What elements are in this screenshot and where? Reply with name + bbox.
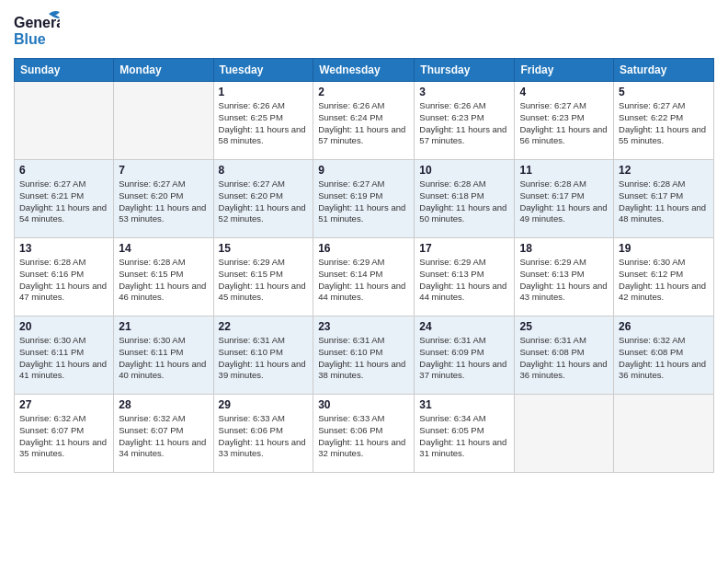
daylight-label: Daylight: 11 hours and 33 minutes. xyxy=(219,437,306,459)
sunset-label: Sunset: 6:16 PM xyxy=(19,269,84,279)
daylight-label: Daylight: 11 hours and 42 minutes. xyxy=(619,281,706,303)
day-info: Sunrise: 6:32 AM Sunset: 6:07 PM Dayligh… xyxy=(19,413,108,460)
sunrise-label: Sunrise: 6:27 AM xyxy=(19,178,85,189)
day-info: Sunrise: 6:29 AM Sunset: 6:14 PM Dayligh… xyxy=(318,257,409,304)
sunrise-label: Sunrise: 6:28 AM xyxy=(119,257,185,267)
day-number: 5 xyxy=(619,86,709,98)
calendar-week-row: 1 Sunrise: 6:26 AM Sunset: 6:25 PM Dayli… xyxy=(15,82,714,160)
sunrise-label: Sunrise: 6:29 AM xyxy=(219,257,285,267)
day-number: 30 xyxy=(318,398,409,411)
day-info: Sunrise: 6:28 AM Sunset: 6:15 PM Dayligh… xyxy=(119,257,208,304)
weekday-header-sunday: Sunday xyxy=(15,59,114,82)
day-info: Sunrise: 6:31 AM Sunset: 6:08 PM Dayligh… xyxy=(519,335,609,382)
daylight-label: Daylight: 11 hours and 36 minutes. xyxy=(519,359,607,381)
day-number: 28 xyxy=(119,398,208,411)
calendar-cell: 15 Sunrise: 6:29 AM Sunset: 6:15 PM Dayl… xyxy=(213,238,313,316)
sunset-label: Sunset: 6:19 PM xyxy=(318,190,382,201)
daylight-label: Daylight: 11 hours and 37 minutes. xyxy=(419,359,506,381)
day-info: Sunrise: 6:27 AM Sunset: 6:21 PM Dayligh… xyxy=(19,178,108,225)
sunset-label: Sunset: 6:06 PM xyxy=(318,425,382,435)
day-number: 19 xyxy=(619,242,709,255)
calendar-week-row: 27 Sunrise: 6:32 AM Sunset: 6:07 PM Dayl… xyxy=(15,395,714,473)
day-info: Sunrise: 6:27 AM Sunset: 6:20 PM Dayligh… xyxy=(119,178,208,225)
day-number: 14 xyxy=(119,242,208,255)
svg-text:Blue: Blue xyxy=(14,31,46,47)
sunrise-label: Sunrise: 6:28 AM xyxy=(419,178,485,189)
sunset-label: Sunset: 6:10 PM xyxy=(219,347,283,357)
day-number: 8 xyxy=(219,164,309,177)
calendar-cell: 14 Sunrise: 6:28 AM Sunset: 6:15 PM Dayl… xyxy=(114,238,213,316)
header: General Blue xyxy=(14,9,714,51)
svg-text:General: General xyxy=(14,15,60,30)
day-number: 17 xyxy=(419,242,509,255)
day-number: 16 xyxy=(318,242,409,255)
sunrise-label: Sunrise: 6:29 AM xyxy=(419,257,485,267)
day-info: Sunrise: 6:28 AM Sunset: 6:17 PM Dayligh… xyxy=(619,178,709,225)
day-info: Sunrise: 6:26 AM Sunset: 6:23 PM Dayligh… xyxy=(419,100,509,147)
day-number: 3 xyxy=(419,86,509,98)
sunset-label: Sunset: 6:20 PM xyxy=(219,190,283,201)
sunrise-label: Sunrise: 6:31 AM xyxy=(219,335,285,345)
sunset-label: Sunset: 6:07 PM xyxy=(19,425,84,435)
page: General Blue SundayMondayTuesdayWednesda… xyxy=(0,0,728,563)
sunrise-label: Sunrise: 6:26 AM xyxy=(219,100,285,110)
weekday-header-friday: Friday xyxy=(515,59,614,82)
daylight-label: Daylight: 11 hours and 43 minutes. xyxy=(519,281,607,303)
daylight-label: Daylight: 11 hours and 49 minutes. xyxy=(519,202,607,224)
sunrise-label: Sunrise: 6:26 AM xyxy=(318,100,384,110)
calendar-cell: 8 Sunrise: 6:27 AM Sunset: 6:20 PM Dayli… xyxy=(213,160,313,238)
sunset-label: Sunset: 6:11 PM xyxy=(119,347,183,357)
weekday-header-saturday: Saturday xyxy=(614,59,714,82)
weekday-header-tuesday: Tuesday xyxy=(213,59,313,82)
calendar-cell: 9 Sunrise: 6:27 AM Sunset: 6:19 PM Dayli… xyxy=(313,160,415,238)
day-info: Sunrise: 6:29 AM Sunset: 6:13 PM Dayligh… xyxy=(519,257,609,304)
calendar-cell: 22 Sunrise: 6:31 AM Sunset: 6:10 PM Dayl… xyxy=(213,316,313,395)
sunset-label: Sunset: 6:08 PM xyxy=(519,347,584,357)
logo: General Blue xyxy=(14,9,60,51)
calendar-cell: 6 Sunrise: 6:27 AM Sunset: 6:21 PM Dayli… xyxy=(15,160,114,238)
daylight-label: Daylight: 11 hours and 54 minutes. xyxy=(19,202,107,224)
day-info: Sunrise: 6:26 AM Sunset: 6:25 PM Dayligh… xyxy=(219,100,309,147)
day-number: 23 xyxy=(318,320,409,333)
sunset-label: Sunset: 6:18 PM xyxy=(419,190,483,201)
day-number: 21 xyxy=(119,320,208,333)
daylight-label: Daylight: 11 hours and 56 minutes. xyxy=(519,124,607,146)
sunrise-label: Sunrise: 6:31 AM xyxy=(419,335,485,345)
calendar-cell: 13 Sunrise: 6:28 AM Sunset: 6:16 PM Dayl… xyxy=(15,238,114,316)
daylight-label: Daylight: 11 hours and 39 minutes. xyxy=(219,359,306,381)
calendar-cell: 10 Sunrise: 6:28 AM Sunset: 6:18 PM Dayl… xyxy=(415,160,515,238)
sunrise-label: Sunrise: 6:27 AM xyxy=(519,100,586,110)
calendar-cell: 29 Sunrise: 6:33 AM Sunset: 6:06 PM Dayl… xyxy=(213,395,313,473)
calendar-cell xyxy=(15,82,114,160)
daylight-label: Daylight: 11 hours and 41 minutes. xyxy=(19,359,107,381)
calendar-cell: 24 Sunrise: 6:31 AM Sunset: 6:09 PM Dayl… xyxy=(415,316,515,395)
calendar-cell: 17 Sunrise: 6:29 AM Sunset: 6:13 PM Dayl… xyxy=(415,238,515,316)
day-number: 7 xyxy=(119,164,208,177)
day-number: 31 xyxy=(419,398,509,411)
weekday-header-row: SundayMondayTuesdayWednesdayThursdayFrid… xyxy=(15,59,714,82)
sunset-label: Sunset: 6:09 PM xyxy=(419,347,483,357)
day-number: 26 xyxy=(619,320,709,333)
sunset-label: Sunset: 6:23 PM xyxy=(419,112,483,122)
calendar-cell: 26 Sunrise: 6:32 AM Sunset: 6:08 PM Dayl… xyxy=(614,316,714,395)
daylight-label: Daylight: 11 hours and 51 minutes. xyxy=(318,202,405,224)
sunrise-label: Sunrise: 6:29 AM xyxy=(519,257,586,267)
sunrise-label: Sunrise: 6:27 AM xyxy=(119,178,185,189)
day-info: Sunrise: 6:28 AM Sunset: 6:16 PM Dayligh… xyxy=(19,257,108,304)
daylight-label: Daylight: 11 hours and 32 minutes. xyxy=(318,437,405,459)
daylight-label: Daylight: 11 hours and 52 minutes. xyxy=(219,202,306,224)
calendar-cell: 2 Sunrise: 6:26 AM Sunset: 6:24 PM Dayli… xyxy=(313,82,415,160)
sunset-label: Sunset: 6:07 PM xyxy=(119,425,183,435)
day-number: 18 xyxy=(519,242,609,255)
calendar-cell: 25 Sunrise: 6:31 AM Sunset: 6:08 PM Dayl… xyxy=(515,316,614,395)
calendar-cell: 7 Sunrise: 6:27 AM Sunset: 6:20 PM Dayli… xyxy=(114,160,213,238)
day-number: 25 xyxy=(519,320,609,333)
sunset-label: Sunset: 6:25 PM xyxy=(219,112,283,122)
day-info: Sunrise: 6:31 AM Sunset: 6:09 PM Dayligh… xyxy=(419,335,509,382)
sunrise-label: Sunrise: 6:30 AM xyxy=(119,335,185,345)
calendar-table: SundayMondayTuesdayWednesdayThursdayFrid… xyxy=(14,58,714,473)
sunrise-label: Sunrise: 6:32 AM xyxy=(119,413,185,423)
calendar-week-row: 13 Sunrise: 6:28 AM Sunset: 6:16 PM Dayl… xyxy=(15,238,714,316)
daylight-label: Daylight: 11 hours and 44 minutes. xyxy=(318,281,405,303)
day-info: Sunrise: 6:27 AM Sunset: 6:22 PM Dayligh… xyxy=(619,100,709,147)
